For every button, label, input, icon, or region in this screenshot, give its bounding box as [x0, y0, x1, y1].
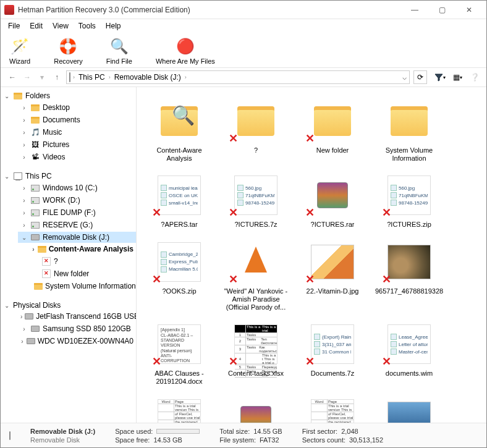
tree-pictures[interactable]: ›🖼Pictures: [18, 139, 136, 150]
collapse-icon[interactable]: ⌄: [3, 92, 11, 99]
file-list[interactable]: 🔍Content-Aware Analysis✕?✕New folderSyst…: [137, 87, 486, 423]
sheet-preview: WordPageThis is a trial version This iso…: [311, 399, 354, 423]
file-label: ABAC Clauses - 20191204.docx: [145, 370, 213, 386]
menu-tools[interactable]: Tools: [74, 20, 101, 32]
image-thumb: [311, 245, 354, 279]
deleted-icon: [41, 256, 51, 266]
tree-videos[interactable]: ›📽Videos: [18, 151, 136, 163]
file-item[interactable]: Cambridge_20...Express_Publis...Macmilla…: [143, 234, 216, 316]
file-item[interactable]: [Appendix 1]CL-ABAC-02.1 –STANDARD VERSI…: [143, 316, 216, 389]
tree-drive-g[interactable]: ›RESERVE (G:): [18, 219, 136, 230]
expand-icon[interactable]: ›: [20, 104, 28, 111]
file-item[interactable]: 560.jpg71qtNBFuKML...98748-152496...✕?IC…: [219, 167, 292, 232]
music-icon: 🎵: [30, 127, 40, 137]
tree-drive-f[interactable]: ›FILE DUMP (F:): [18, 207, 136, 218]
file-label: Content-Aware Analysis: [145, 146, 213, 163]
file-item[interactable]: ✕22.-Vitamin-D.jpg: [296, 234, 369, 316]
deleted-badge-icon: ✕: [152, 206, 161, 219]
folder-icon: [237, 106, 274, 136]
sheet-preview: WordPageThis is a trial version This iso…: [158, 399, 201, 423]
tree-disk-1[interactable]: ›Samsung SSD 850 120GB: [18, 323, 136, 334]
breadcrumb-this-pc[interactable]: This PC: [77, 73, 106, 82]
maximize-button[interactable]: ▢: [428, 1, 455, 19]
tree-folders[interactable]: ⌄ Folders: [1, 90, 136, 101]
where-are-my-files-button[interactable]: 🔴 Where Are My Files: [153, 35, 218, 66]
tree-new-folder[interactable]: New folder: [29, 268, 136, 279]
tree-drive-d[interactable]: ›WORK (D:): [18, 195, 136, 206]
folder-icon: [13, 91, 23, 101]
file-item[interactable]: municipal lease...OSCE on UKr e...small-…: [143, 167, 216, 232]
file-item[interactable]: (Export) Rainb...3(31)_037 arm...31 Comm…: [296, 316, 369, 389]
menu-file[interactable]: File: [3, 20, 25, 32]
file-item[interactable]: ✕?: [219, 93, 292, 166]
minimize-button[interactable]: —: [401, 1, 428, 19]
file-item[interactable]: Lease_Agreem...Letter of attor...Master-…: [373, 316, 446, 389]
file-label: ?ICTURES.rar: [311, 221, 355, 229]
tree-drive-c[interactable]: ›Windows 10 (C:): [18, 182, 136, 193]
tree-documents[interactable]: ›Documents: [18, 114, 136, 125]
tree-music[interactable]: ›🎵Music: [18, 127, 136, 138]
file-label: 22.-Vitamin-D.jpg: [307, 287, 359, 295]
deleted-badge-icon: ✕: [305, 355, 315, 368]
file-item[interactable]: System Volume Information: [373, 93, 446, 166]
sheet-preview: This is aThis is a trial1Tasks2TasksTen …: [234, 324, 277, 364]
deleted-badge-icon: ✕: [229, 355, 238, 368]
nav-history-button[interactable]: ▾: [36, 72, 48, 83]
refresh-button[interactable]: ⟳: [413, 70, 427, 84]
wizard-button[interactable]: 🪄 Wizard: [7, 35, 33, 66]
file-item[interactable]: This is aThis is a trial1Tasks2TasksTen …: [219, 316, 292, 389]
help-icon[interactable]: ❔: [469, 72, 480, 83]
deleted-badge-icon: ✕: [305, 273, 315, 286]
tree-disk-2[interactable]: ›WDC WD10EZEX-00WN4A0: [18, 336, 136, 347]
tree-disk-0[interactable]: ›JetFlash Transcend 16GB USB Device: [18, 311, 136, 322]
file-item[interactable]: ✕: [219, 391, 292, 423]
chevron-down-icon[interactable]: ⌵: [402, 73, 407, 82]
nav-up-button[interactable]: ↑: [51, 72, 62, 83]
tree-unknown[interactable]: ?: [29, 256, 136, 267]
deleted-badge-icon: ✕: [229, 206, 238, 219]
close-button[interactable]: ✕: [455, 1, 483, 19]
nav-back-button[interactable]: ←: [7, 72, 18, 83]
file-item[interactable]: 🔍Content-Aware Analysis: [143, 93, 216, 166]
menu-view[interactable]: View: [48, 20, 74, 32]
deleted-badge-icon: ✕: [305, 206, 315, 219]
address-bar[interactable]: › This PC › Removable Disk (J:) › ⌵: [66, 70, 410, 84]
file-item[interactable]: WordPageThis is a trial version This iso…: [296, 391, 369, 423]
file-item[interactable]: 560.jpg71qtNBFuKML...98748-152496...✕?IC…: [373, 167, 446, 232]
folder-icon: [391, 106, 428, 136]
file-label: New folder: [316, 146, 349, 154]
file-item[interactable]: ✕New folder: [296, 93, 369, 166]
nav-forward-button[interactable]: →: [22, 72, 33, 83]
folder-tree[interactable]: ⌄ Folders ›Desktop ›Documents ›🎵Music ›🖼…: [1, 87, 137, 423]
deleted-badge-icon: ✕: [305, 132, 315, 145]
drive-icon: [9, 432, 11, 439]
file-item[interactable]: ✕: [373, 391, 446, 423]
archive-preview: Lease_Agreem...Letter of attor...Master-…: [387, 324, 431, 364]
find-label: Find File: [106, 57, 132, 65]
video-icon: 📽: [30, 152, 40, 162]
tree-system-volume-info[interactable]: System Volume Information: [29, 281, 136, 292]
deleted-badge-icon: ✕: [382, 355, 391, 368]
tree-desktop[interactable]: ›Desktop: [18, 102, 136, 113]
window-title: Hetman Partition Recovery 3.0 (Commercia…: [18, 6, 401, 14]
filter-icon[interactable]: ▾: [434, 72, 446, 83]
menu-edit[interactable]: Edit: [25, 20, 48, 32]
file-item[interactable]: ✕?ICTURES.rar: [296, 167, 369, 232]
view-options-icon[interactable]: ▦▾: [452, 72, 463, 83]
file-label: "Weird" AI Yankovic - Amish Paradise (Of…: [222, 287, 290, 312]
file-label: ?APERS.tar: [161, 221, 197, 229]
file-item[interactable]: ✕965717_467888193286344_15...: [373, 234, 446, 316]
file-item[interactable]: ✕"Weird" AI Yankovic - Amish Paradise (O…: [219, 234, 292, 316]
deleted-badge-icon: ✕: [229, 273, 238, 286]
tree-removable-disk-j[interactable]: ⌄Removable Disk (J:): [18, 232, 136, 243]
find-file-button[interactable]: 🔍 Find File: [104, 35, 135, 66]
toolbar: 🪄 Wizard 🛟 Recovery 🔍 Find File 🔴 Where …: [1, 33, 486, 68]
recovery-button[interactable]: 🛟 Recovery: [51, 35, 85, 66]
wizard-label: Wizard: [9, 57, 30, 65]
tree-this-pc[interactable]: ⌄ This PC: [1, 171, 136, 182]
file-item[interactable]: WordPageThis is a trial version This iso…: [143, 391, 216, 423]
tree-physical-disks[interactable]: ⌄ Physical Disks: [1, 300, 136, 310]
breadcrumb-removable-disk[interactable]: Removable Disk (J:): [113, 73, 182, 82]
menu-help[interactable]: Help: [101, 20, 126, 32]
tree-content-aware[interactable]: ›Content-Aware Analysis: [29, 243, 136, 255]
